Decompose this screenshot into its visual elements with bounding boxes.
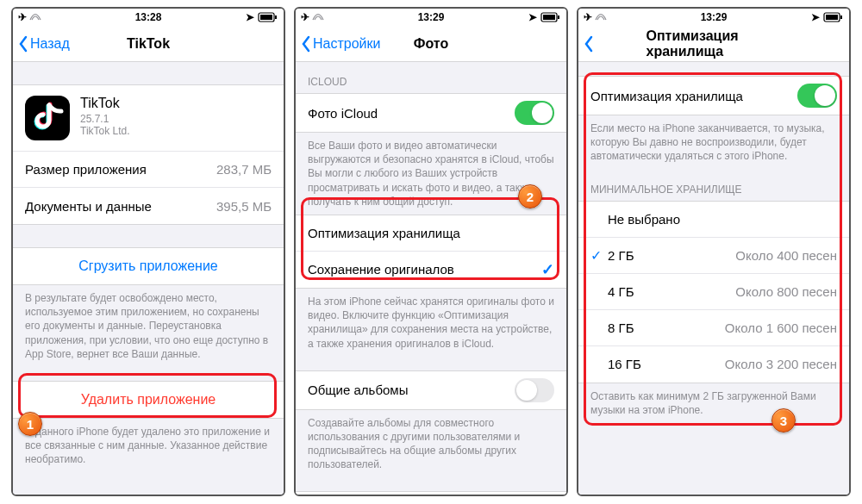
screen-optimize: ✈︎ 13:29 ➤ Оптимизация хранилища Оптимиз… <box>577 7 851 496</box>
optimize-label: Оптимизация хранилища <box>590 89 743 103</box>
storage-value: Около 400 песен <box>735 248 837 263</box>
content: ICLOUD Фото iCloud Все Ваши фото и видео… <box>296 62 566 495</box>
delete-desc: С данного iPhone будет удалено это прило… <box>13 419 284 473</box>
storage-value: Около 1 600 песен <box>725 320 837 335</box>
back-button[interactable]: Настройки <box>296 35 380 53</box>
nav-bar: Настройки Фото <box>296 26 566 62</box>
optimize-label: Оптимизация хранилища <box>308 226 460 240</box>
airplane-icon: ✈︎ <box>584 11 607 23</box>
location-icon: ➤ <box>528 11 537 23</box>
storage-list: Не выбрано✓2 ГБОколо 400 песен4 ГБОколо … <box>578 201 849 383</box>
badge-1: 1 <box>18 412 42 436</box>
page-title: TikTok <box>127 36 170 52</box>
storage-value: Около 800 песен <box>735 284 837 299</box>
airplane-icon: ✈︎ <box>18 11 41 23</box>
icloud-photo-toggle[interactable] <box>515 101 554 125</box>
status-bar: ✈︎ 13:28 ➤ <box>13 9 284 26</box>
storage-label: 16 ГБ <box>604 357 725 371</box>
storage-label: Не выбрано <box>604 212 837 227</box>
offload-group: Сгрузить приложение <box>13 247 284 285</box>
badge-3: 3 <box>771 408 796 432</box>
row-shared-albums[interactable]: Общие альбомы <box>296 371 566 409</box>
checkmark-icon: ✓ <box>587 247 604 264</box>
chevron-left-icon <box>584 35 594 53</box>
section-icloud-label: ICLOUD <box>296 62 566 93</box>
svg-rect-4 <box>543 15 555 20</box>
row-optimize-storage[interactable]: Оптимизация хранилища <box>296 215 566 252</box>
storage-value: Около 3 200 песен <box>725 357 837 371</box>
app-version: 25.7.1 <box>80 113 130 125</box>
storage-option[interactable]: 8 ГБОколо 1 600 песен <box>578 310 849 346</box>
tiktok-app-icon <box>25 96 70 140</box>
content: TikTok 25.7.1 TikTok Ltd. Размер приложе… <box>13 62 284 495</box>
shared-albums-label: Общие альбомы <box>308 383 408 397</box>
status-bar: ✈︎ 13:29 ➤ <box>578 9 849 26</box>
battery-icon <box>540 12 561 22</box>
offload-button[interactable]: Сгрузить приложение <box>13 248 284 284</box>
storage-option[interactable]: 4 ГБОколо 800 песен <box>578 274 849 310</box>
storage-label: 2 ГБ <box>604 248 735 263</box>
nav-bar: Назад TikTok <box>13 26 284 62</box>
shared-desc: Создавайте альбомы для совместного испол… <box>296 410 566 478</box>
screen-tiktok: ✈︎ 13:28 ➤ Назад TikTok TikTok 25.7.1 Ti… <box>11 7 285 496</box>
storage-label: 4 ГБ <box>604 284 735 299</box>
optimize-toggle[interactable] <box>797 84 837 108</box>
location-icon: ➤ <box>246 11 254 23</box>
chevron-left-icon <box>301 35 311 53</box>
storage-label: 8 ГБ <box>604 320 725 335</box>
row-docs-data: Документы и данные 395,5 МБ <box>13 188 284 224</box>
row-app-size: Размер приложения 283,7 МБ <box>13 152 284 188</box>
screen-photos: ✈︎ 13:29 ➤ Настройки Фото ICLOUD Фото iC… <box>294 7 568 496</box>
svg-rect-8 <box>840 16 842 19</box>
delete-group: Удалить приложение <box>13 381 284 419</box>
back-label: Назад <box>30 36 70 52</box>
svg-rect-1 <box>260 15 272 20</box>
checkmark-icon: ✓ <box>541 260 554 279</box>
clock: 13:29 <box>701 11 728 23</box>
keep-originals-label: Сохранение оригиналов <box>308 262 454 277</box>
icloud-photo-label: Фото iCloud <box>308 106 378 121</box>
storage-option[interactable]: 16 ГБОколо 3 200 песен <box>578 346 849 383</box>
app-size-value: 283,7 МБ <box>216 162 272 177</box>
row-icloud-photo[interactable]: Фото iCloud <box>296 94 566 132</box>
battery-icon <box>823 12 844 22</box>
clock: 13:29 <box>418 11 445 23</box>
location-icon: ➤ <box>811 11 820 23</box>
svg-rect-7 <box>826 15 838 20</box>
page-title: Фото <box>414 36 448 52</box>
back-button[interactable] <box>578 35 594 53</box>
back-label: Настройки <box>313 36 380 52</box>
airplane-icon: ✈︎ <box>301 11 324 23</box>
page-title: Оптимизация хранилища <box>646 28 782 59</box>
back-button[interactable]: Назад <box>13 35 70 53</box>
svg-rect-2 <box>275 16 277 19</box>
storage-option[interactable]: Не выбрано <box>578 202 849 238</box>
badge-2: 2 <box>518 184 542 208</box>
battery-icon <box>258 12 278 22</box>
status-bar: ✈︎ 13:29 ➤ <box>296 9 566 26</box>
app-info-group: TikTok 25.7.1 TikTok Ltd. Размер приложе… <box>13 84 284 225</box>
app-name: TikTok <box>80 96 130 111</box>
docs-value: 395,5 МБ <box>216 199 272 214</box>
docs-label: Документы и данные <box>25 199 152 214</box>
optimize-desc: Если место на iPhone заканчивается, то м… <box>578 115 849 170</box>
app-company: TikTok Ltd. <box>80 125 130 137</box>
storage-footer: Оставить как минимум 2 ГБ загруженной Ва… <box>578 383 849 423</box>
chevron-left-icon <box>18 35 28 53</box>
svg-rect-5 <box>558 16 559 19</box>
row-hidden-album[interactable]: Альбом «Скрытые» <box>296 492 566 495</box>
nav-bar: Оптимизация хранилища <box>578 26 849 62</box>
clock: 13:28 <box>135 11 162 23</box>
app-header: TikTok 25.7.1 TikTok Ltd. <box>13 85 284 152</box>
row-keep-originals[interactable]: Сохранение оригиналов ✓ <box>296 252 566 288</box>
storage-option[interactable]: ✓2 ГБОколо 400 песен <box>578 238 849 274</box>
row-optimize-toggle[interactable]: Оптимизация хранилища <box>578 77 849 115</box>
shared-albums-toggle[interactable] <box>515 378 554 402</box>
delete-button[interactable]: Удалить приложение <box>13 382 284 418</box>
content: Оптимизация хранилища Если место на iPho… <box>578 62 849 495</box>
originals-desc: На этом iPhone сейчас хранятся оригиналы… <box>296 289 566 357</box>
section-min-storage: МИНИМАЛЬНОЕ ХРАНИЛИЩЕ <box>578 170 849 201</box>
app-size-label: Размер приложения <box>25 162 147 177</box>
offload-desc: В результате будет освобождено место, ис… <box>13 285 284 367</box>
